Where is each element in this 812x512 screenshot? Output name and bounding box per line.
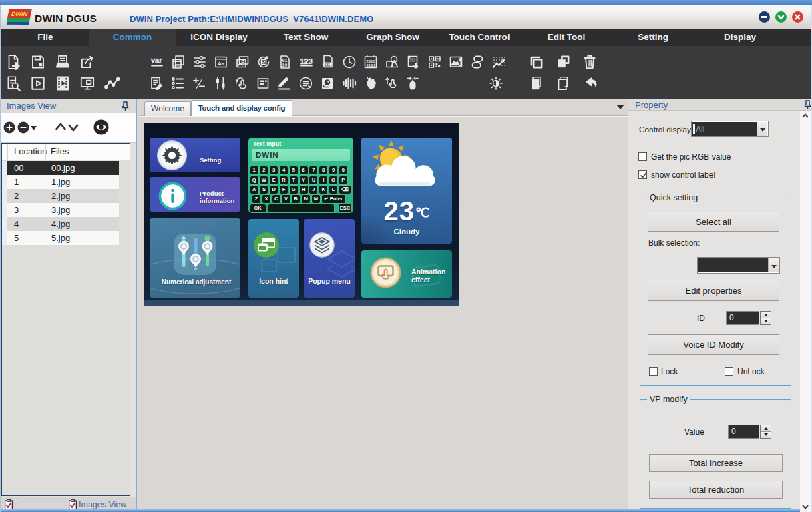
key-E[interactable]: E [270,176,278,184]
cell-file[interactable]: 00.jpg [45,161,119,175]
combo-arrow-button[interactable] [768,258,779,272]
key-1[interactable]: 1 [250,166,258,174]
key-I[interactable]: I [319,176,327,184]
pin-icon[interactable] [122,101,129,111]
export-icon[interactable] [79,53,96,71]
minimize-button[interactable] [759,11,770,23]
cell-location[interactable]: 00 [7,161,45,175]
waveform-icon[interactable] [341,75,357,91]
control-display-combo[interactable]: All [691,121,769,137]
key-5[interactable]: 5 [290,166,298,174]
curve-zigzag-icon[interactable] [104,75,121,92]
menu-file[interactable]: File [2,29,89,46]
hmi-screen-preview[interactable]: Setting Product information [144,123,459,306]
preview-eye-button[interactable] [93,119,109,135]
key-8[interactable]: 8 [319,166,327,174]
touch-gesture-icon[interactable] [234,75,250,91]
show-control-label-checkbox[interactable] [638,170,647,179]
doc-search-icon[interactable] [5,75,22,92]
row-selector[interactable] [2,203,7,217]
key-OK[interactable]: OK [250,204,266,212]
calendar-2015-icon[interactable]: 20150101 [363,54,379,70]
menu-common[interactable]: Common [89,29,176,48]
key-Q[interactable]: Q [250,176,258,184]
picture-frame-icon[interactable] [448,54,464,70]
key-S[interactable]: S [260,186,268,194]
pages-filled-icon[interactable] [528,75,545,92]
remove-dropdown-caret[interactable] [31,126,37,130]
doc-edit-icon[interactable] [148,75,164,91]
select-all-button[interactable]: Select all [648,212,779,232]
cell-location[interactable]: 3 [7,203,45,217]
column-location[interactable]: Location [14,146,47,156]
disk-scan-icon[interactable] [319,75,335,91]
print-device-icon[interactable] [54,53,71,71]
brightness-gear-icon[interactable] [488,75,504,91]
cell-location[interactable]: 1 [7,175,45,189]
cell-file[interactable]: 4.jpg [45,217,119,231]
close-button[interactable] [792,11,803,23]
doc-txt-icon[interactable]: 1X1 [320,54,336,70]
film-frames-icon[interactable] [170,54,186,70]
row-selector[interactable] [2,231,7,245]
remove-image-button[interactable] [17,121,29,134]
key-L[interactable]: L [329,186,337,194]
hmi-tile-popup-menu[interactable]: Popup menu [304,219,355,298]
key-3[interactable]: 3 [270,166,278,174]
doc-circle-icon[interactable] [298,75,314,91]
key-U[interactable]: U [309,176,317,184]
key-2[interactable]: 2 [260,166,268,174]
key-N[interactable]: N [302,195,310,203]
id-input[interactable]: 0 [726,311,759,325]
edit-properties-button[interactable]: Edit properties [648,280,779,301]
clock-icon[interactable] [341,54,357,70]
key-B[interactable]: B [292,195,300,203]
key-4[interactable]: 4 [280,166,288,174]
key-⌫[interactable]: ⌫ [339,186,351,194]
menu-touch-control[interactable]: Touch Control [436,29,523,46]
menu-text-show[interactable]: Text Show [262,29,349,46]
new-file-icon[interactable] [5,53,22,71]
chart-dots-icon[interactable] [491,54,507,70]
menu-icon-display[interactable]: ICON Display [176,29,262,46]
duplicate-icon[interactable] [554,53,572,71]
value-input[interactable]: 0 [728,425,759,439]
save-icon[interactable] [29,53,47,71]
shapes-icon[interactable] [384,54,400,70]
key-D[interactable]: D [270,186,278,194]
lock-checkbox[interactable] [649,367,658,376]
h-sliders-icon[interactable] [192,54,208,70]
cell-location[interactable]: 5 [7,231,45,245]
key-C[interactable]: C [272,195,280,203]
key-space[interactable] [268,204,334,212]
tab-list-caret[interactable] [616,105,624,109]
hand-grab-icon[interactable] [362,75,378,91]
move-up-button[interactable] [55,122,67,132]
total-reduction-button[interactable]: Total reduction [649,481,783,499]
film-play-icon[interactable] [54,75,71,92]
key-9[interactable]: 9 [329,166,337,174]
column-files[interactable]: Files [51,146,69,156]
table-row-5[interactable]: 55.jpg [2,231,118,245]
key-F[interactable]: F [280,186,288,194]
key-J[interactable]: J [309,186,317,194]
key-T[interactable]: T [290,176,298,184]
doc-tab-touch-and-display-config[interactable]: Touch and display config [191,100,292,116]
menu-setting[interactable]: Setting [610,29,696,46]
row-selector[interactable] [2,161,7,175]
key-0[interactable]: 0 [339,166,347,174]
qr-code-icon[interactable] [427,54,443,70]
combo-arrow-button[interactable] [757,122,767,136]
undo-icon[interactable] [581,75,598,92]
pencil-underline-icon[interactable] [276,75,292,91]
unlock-checkbox[interactable] [725,367,733,376]
property-scrollbar[interactable] [800,111,811,512]
table-row-1[interactable]: 11.jpg [2,175,118,189]
grid-box-icon[interactable] [255,75,271,91]
bulk-selection-combo[interactable] [697,257,780,274]
add-image-button[interactable] [3,121,15,134]
plus-minus-icon[interactable] [191,75,207,91]
var-underline-icon[interactable]: var [149,54,165,70]
cell-location[interactable]: 4 [7,217,45,231]
scroll-down-button[interactable] [800,501,811,512]
